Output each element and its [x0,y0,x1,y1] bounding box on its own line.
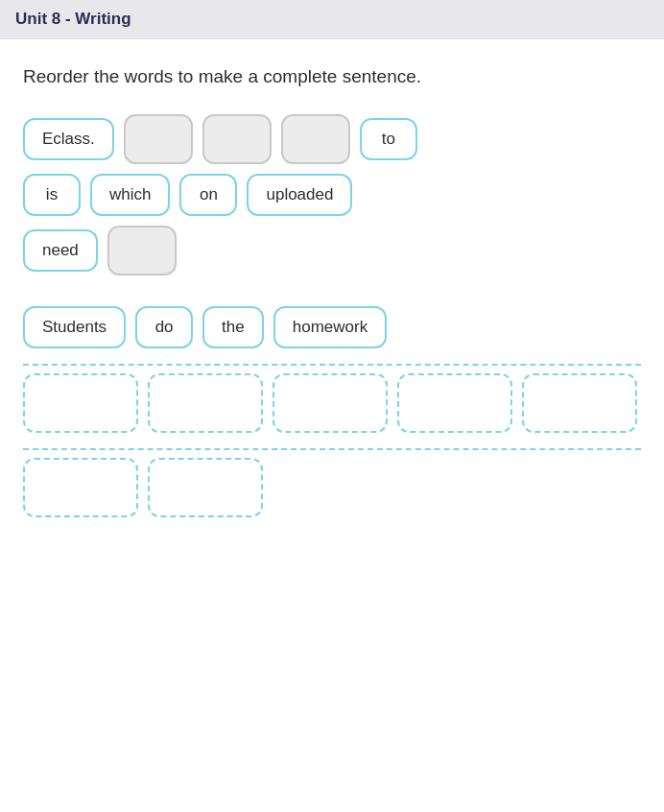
drop-box-4[interactable] [397,373,512,433]
drop-box-7[interactable] [148,458,263,517]
word-chip-on[interactable]: on [179,174,237,216]
word-row-1: Eclass. to [23,114,641,164]
word-chip-empty-2 [202,114,272,164]
word-chip-uploaded[interactable]: uploaded [247,174,352,216]
word-chip-to[interactable]: to [360,118,417,160]
sentence-section: Students do the homework [23,306,641,348]
word-chip-empty-3 [281,114,350,164]
sentence-words-row: Students do the homework [23,306,641,348]
word-chip-is[interactable]: is [23,174,81,216]
word-chip-do[interactable]: do [135,306,193,348]
word-section-1: Eclass. to is which on uploaded need [23,114,641,275]
word-chip-empty-4 [107,226,177,275]
instruction-text: Reorder the words to make a complete sen… [23,66,641,87]
word-chip-which[interactable]: which [90,174,170,216]
divider-2 [23,448,641,450]
drop-box-6[interactable] [23,458,138,517]
drop-box-5[interactable] [522,373,637,433]
word-chip-need[interactable]: need [23,229,98,272]
drop-zone-row-1 [23,373,641,433]
word-row-3: need [23,226,641,275]
word-chip-empty-1 [124,114,193,164]
word-chip-students[interactable]: Students [23,306,126,348]
divider-1 [23,364,641,366]
word-chip-eclass[interactable]: Eclass. [23,118,114,160]
main-content: Reorder the words to make a complete sen… [0,39,664,812]
drop-box-2[interactable] [148,373,263,433]
word-row-2: is which on uploaded [23,174,641,216]
word-chip-the[interactable]: the [202,306,264,348]
word-chip-homework[interactable]: homework [273,306,387,348]
drop-box-3[interactable] [273,373,388,433]
page-title: Unit 8 - Writing [15,10,131,28]
drop-zone-row-2 [23,458,641,517]
page-header: Unit 8 - Writing [0,0,664,39]
drop-box-1[interactable] [23,373,138,433]
